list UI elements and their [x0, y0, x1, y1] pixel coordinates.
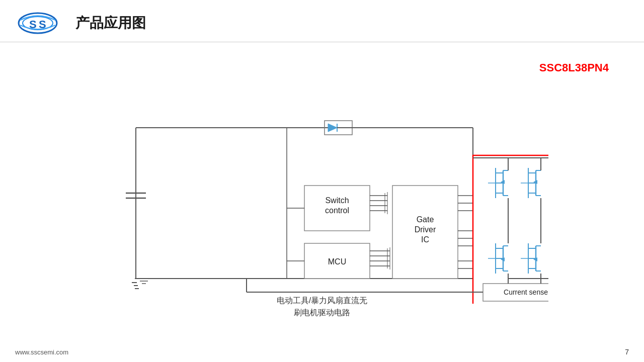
page-number: 7 [625, 348, 629, 356]
svg-text:MCU: MCU [328, 257, 346, 266]
svg-text:IC: IC [421, 235, 429, 244]
header: S S 产品应用图 [0, 0, 644, 42]
svg-text:Current sense: Current sense [504, 288, 548, 296]
main-content: SSC8L38PN4 [0, 42, 644, 336]
svg-marker-21 [328, 124, 337, 132]
diagram-caption: 电动工具/暴力风扇直流无 刷电机驱动电路 [277, 295, 367, 319]
svg-text:control: control [325, 206, 349, 215]
chip-label: SSC8L38PN4 [539, 61, 609, 74]
svg-text:Switch: Switch [325, 196, 349, 205]
circuit-diagram: SSC8L38PN4 [96, 52, 548, 304]
footer-website: www.sscsemi.com [15, 348, 68, 356]
svg-text:Driver: Driver [415, 225, 436, 234]
svg-rect-55 [473, 155, 548, 304]
page-title: 产品应用图 [75, 14, 146, 33]
logo: S S [15, 9, 60, 37]
svg-text:Gate: Gate [417, 215, 434, 224]
